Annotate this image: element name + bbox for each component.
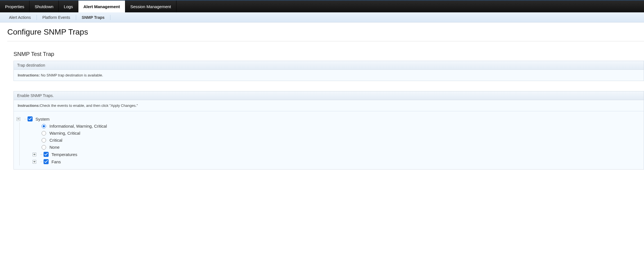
snmp-trap-tree: ···· System Informational, Warning, Crit… [14, 111, 644, 169]
checkbox-temperatures[interactable] [44, 152, 49, 157]
divider [76, 15, 76, 20]
tab-session-management[interactable]: Session Management [125, 1, 176, 12]
tree-connector: ···· [24, 117, 26, 121]
tree-label-system: System [35, 117, 49, 121]
radio-critical[interactable] [42, 138, 46, 143]
panel-head-enable-snmp: Enable SNMP Traps. [14, 91, 644, 100]
radio-label: Warning, Critical [49, 131, 80, 136]
radio-label: None [49, 145, 60, 150]
radio-label: Informational, Warning, Critical [49, 124, 107, 128]
instructions-text: Check the events to enable, and then cli… [40, 103, 138, 108]
radio-row-informational: Informational, Warning, Critical [42, 123, 641, 130]
tree-node-temperatures: ···· Temperatures [33, 151, 641, 158]
subtab-snmp-traps[interactable]: SNMP Traps [79, 15, 107, 20]
tree-label-fans: Fans [51, 159, 61, 164]
divider [37, 15, 37, 20]
radio-informational-warning-critical[interactable] [42, 124, 46, 128]
check-icon [44, 153, 48, 156]
panel-trap-destination: Trap destination Instructions: No SNMP t… [13, 61, 644, 81]
panel-body-trap-destination: Instructions: No SNMP trap destination i… [14, 70, 644, 81]
top-tab-bar: Properties Shutdown Logs Alert Managemen… [0, 0, 644, 12]
check-icon [28, 117, 32, 121]
tab-shutdown[interactable]: Shutdown [30, 1, 59, 12]
radio-row-none: None [42, 144, 641, 151]
instructions-label: Instructions: [18, 73, 41, 77]
divider [110, 15, 110, 20]
divider [7, 41, 644, 41]
panel-body-enable-snmp: Instructions:Check the events to enable,… [14, 100, 644, 111]
tree-node-fans: ···· Fans [33, 158, 641, 165]
section-title-test-trap: SNMP Test Trap [13, 51, 644, 57]
instructions-text: No SNMP trap destination is available. [41, 73, 103, 77]
radio-label: Critical [49, 138, 62, 143]
panel-head-trap-destination: Trap destination [14, 61, 644, 70]
subtab-platform-events[interactable]: Platform Events [40, 15, 73, 20]
radio-row-critical: Critical [42, 137, 641, 144]
sub-tab-bar: Alert Actions Platform Events SNMP Traps [0, 12, 644, 22]
tree-children: ···· Temperatures ···· Fans [33, 151, 641, 165]
checkbox-system[interactable] [28, 116, 33, 121]
tab-alert-management[interactable]: Alert Management [78, 1, 125, 12]
page-title: Configure SNMP Traps [7, 28, 644, 37]
tree-connector: ···· [40, 153, 42, 156]
radio-warning-critical[interactable] [42, 131, 46, 136]
tree-label-temperatures: Temperatures [51, 152, 77, 157]
collapse-icon[interactable] [17, 117, 20, 121]
tab-properties[interactable]: Properties [0, 1, 30, 12]
checkbox-fans[interactable] [44, 159, 49, 164]
expand-icon[interactable] [33, 153, 36, 156]
check-icon [44, 160, 48, 163]
subtab-alert-actions[interactable]: Alert Actions [6, 15, 34, 20]
tab-logs[interactable]: Logs [59, 1, 78, 12]
expand-icon[interactable] [33, 160, 36, 164]
radio-row-warning: Warning, Critical [42, 130, 641, 137]
panel-enable-snmp-traps: Enable SNMP Traps. Instructions:Check th… [13, 91, 644, 170]
tree-node-system: ···· System [17, 115, 641, 123]
severity-radio-group: Informational, Warning, Critical Warning… [42, 123, 641, 151]
instructions-label: Instructions: [18, 103, 40, 108]
tree-connector: ···· [40, 160, 42, 163]
radio-none[interactable] [42, 145, 46, 150]
